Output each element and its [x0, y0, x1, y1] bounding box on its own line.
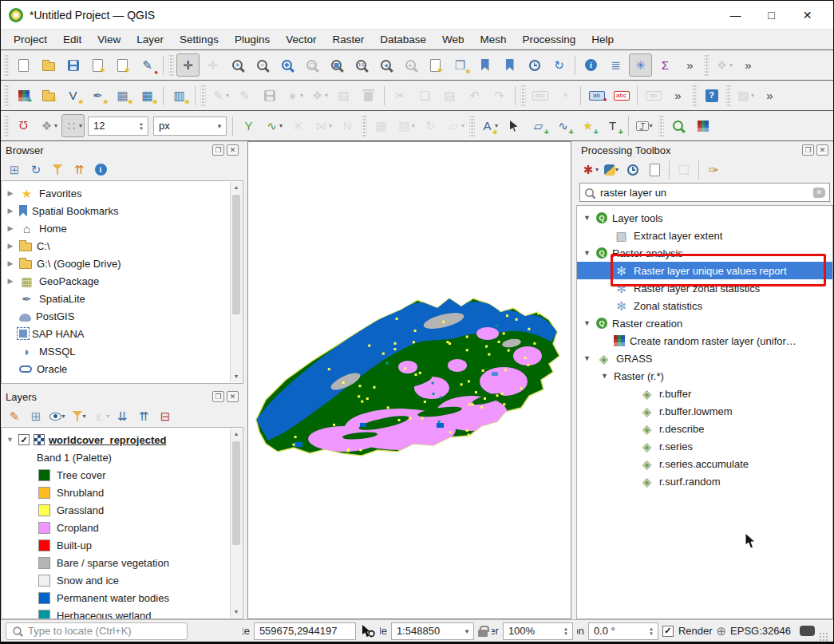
coordinate-input[interactable]: 559675,2944197: [254, 622, 356, 640]
scroll-up-icon[interactable]: ▲: [231, 429, 242, 440]
collapse-arrow-icon[interactable]: ▼: [6, 436, 14, 444]
new-map-view-button[interactable]: ✶: [424, 53, 447, 77]
menu-processing[interactable]: Processing: [515, 31, 584, 48]
add-line-annotation-button[interactable]: ∿+: [551, 114, 575, 137]
snapping-unit-combo[interactable]: px▾: [153, 117, 227, 136]
processing-group-raster-creation[interactable]: ▼Raster creation: [577, 314, 832, 332]
menu-project[interactable]: Project: [6, 31, 55, 48]
collapse-arrow-icon[interactable]: ▼: [583, 249, 591, 257]
browser-item-c[interactable]: ▶C:\: [2, 237, 228, 255]
collapse-all-layers-button[interactable]: ⇈: [134, 407, 153, 425]
zoom-out-button[interactable]: −: [251, 53, 274, 77]
layer-visibility-checkbox[interactable]: ✓: [18, 434, 30, 445]
models-menu-button[interactable]: ✱▾: [580, 160, 599, 179]
messages-button[interactable]: [800, 626, 815, 636]
toolbar-handle[interactable]: [168, 55, 174, 76]
select-annotation-button[interactable]: [502, 114, 525, 137]
toolbar-handle[interactable]: [520, 85, 526, 106]
new-project-button[interactable]: [12, 53, 35, 77]
processing-alg-r-buffer-lowmem[interactable]: ◈r.buffer.lowmem: [577, 402, 832, 420]
processing-alg-r-series[interactable]: ◈r.series: [577, 437, 832, 455]
refresh-browser-button[interactable]: ↻: [26, 160, 45, 179]
scroll-up-icon[interactable]: ▲: [231, 182, 242, 193]
show-spatial-bookmarks-button[interactable]: [498, 53, 521, 77]
open-data-source-manager-button[interactable]: +: [12, 84, 35, 107]
menu-layer[interactable]: Layer: [128, 31, 172, 48]
processing-group-grass[interactable]: ▼◈GRASS: [577, 350, 832, 367]
statistical-summary-button[interactable]: ≣: [604, 53, 627, 77]
collapse-all-button[interactable]: ⇈: [69, 160, 89, 179]
new-3d-map-view-button[interactable]: ❐✶: [449, 53, 472, 77]
toolbar-extension-2-button[interactable]: »: [737, 53, 760, 77]
toolbar-handle[interactable]: [725, 85, 731, 106]
add-group-button[interactable]: ⊞: [26, 407, 45, 425]
add-marker-annotation-button[interactable]: ★+: [576, 114, 599, 137]
scroll-thumb[interactable]: [232, 441, 240, 545]
new-shapefile-layer-button[interactable]: V✶: [61, 84, 85, 107]
highlight-pinned-labels-button[interactable]: abc: [610, 84, 633, 107]
pan-map-button[interactable]: ✛: [176, 53, 200, 77]
browser-item-spatial-bookmarks[interactable]: ▶Spatial Bookmarks: [2, 202, 228, 219]
render-checkbox[interactable]: ✓ Render: [662, 625, 713, 637]
layers-scrollbar[interactable]: ▲ ▼: [230, 429, 242, 618]
expand-arrow-icon[interactable]: ▶: [6, 189, 14, 197]
open-project-button[interactable]: [37, 53, 60, 77]
new-mesh-layer-button[interactable]: ▦✶: [111, 84, 134, 107]
refresh-map-button[interactable]: ↻: [547, 53, 571, 77]
zoom-full-extent-button[interactable]: ✚: [275, 53, 298, 77]
processing-alg-r-describe[interactable]: ◈r.describe: [577, 420, 832, 437]
menu-help[interactable]: Help: [583, 31, 622, 48]
show-layout-manager-button[interactable]: ✶: [111, 53, 134, 77]
zoom-native-resolution-button[interactable]: 1:1: [350, 53, 373, 77]
browser-float-button[interactable]: ❐: [212, 144, 224, 156]
browser-item-oracle[interactable]: Oracle: [2, 360, 228, 377]
save-project-button[interactable]: [61, 53, 85, 77]
zoom-last-button[interactable]: ◂: [374, 53, 397, 77]
browser-item-home[interactable]: ▶⌂Home: [2, 219, 228, 237]
map-styling-plugin-button[interactable]: [691, 114, 714, 137]
scale-combo[interactable]: 1:548850 ▾: [391, 622, 474, 640]
options-button[interactable]: ✑: [704, 160, 723, 179]
browser-item-sap-hana[interactable]: SAP HANA: [2, 325, 228, 342]
history-button[interactable]: [623, 160, 642, 179]
clear-search-icon[interactable]: ✕: [813, 188, 825, 198]
filter-legend-button[interactable]: ▾: [69, 407, 89, 425]
add-polygon-annotation-button[interactable]: ▱+: [527, 114, 550, 137]
enable-properties-widget-button[interactable]: [91, 160, 110, 179]
map-canvas[interactable]: [247, 141, 571, 619]
spin-arrows[interactable]: ▲▼: [645, 626, 658, 636]
expand-arrow-icon[interactable]: ▶: [6, 277, 14, 285]
snapping-tolerance-spin[interactable]: 12▲▼: [88, 117, 148, 136]
scroll-down-icon[interactable]: ▼: [231, 606, 242, 618]
enable-snapping-button[interactable]: Ω: [12, 114, 35, 137]
processing-float-button[interactable]: ❐: [802, 144, 814, 156]
menu-mesh[interactable]: Mesh: [472, 31, 515, 48]
processing-alg-extract-layer-extent[interactable]: ▧Extract layer extent: [577, 227, 832, 244]
menu-view[interactable]: View: [89, 31, 128, 48]
toolbar-handle[interactable]: [4, 55, 10, 76]
toolbar-handle[interactable]: [4, 85, 10, 106]
resize-grip[interactable]: [819, 632, 828, 642]
chevron-down-icon[interactable]: ▾: [213, 122, 226, 130]
locate-input[interactable]: Type to locate (Ctrl+K): [6, 622, 188, 640]
new-spatial-bookmark-button[interactable]: ✶: [473, 53, 496, 77]
layers-close-button[interactable]: ✕: [227, 391, 239, 402]
toolbar-handle[interactable]: [362, 116, 367, 136]
model-designer-button[interactable]: [645, 160, 664, 179]
browser-item-wms-wmts[interactable]: ⊕WMS/WMTS: [2, 377, 228, 384]
snapping-mode-button[interactable]: ❖▾: [37, 114, 60, 137]
temporal-controller-button[interactable]: [523, 53, 546, 77]
zoom-to-layer-button[interactable]: ▤: [325, 53, 348, 77]
filter-browser-button[interactable]: [48, 160, 67, 179]
toolbar-handle[interactable]: [692, 85, 698, 106]
collapse-arrow-icon[interactable]: ▼: [583, 214, 591, 222]
scroll-down-icon[interactable]: ▼: [231, 371, 242, 382]
expand-arrow-icon[interactable]: ▶: [6, 242, 14, 250]
processing-alg-raster-layer-zonal-statistics[interactable]: ✻Raster layer zonal statistics: [577, 279, 832, 297]
enable-tracing-button[interactable]: ∿▾: [262, 114, 285, 137]
processing-alg-raster-layer-unique-values-report[interactable]: ✻Raster layer unique values report: [577, 262, 832, 279]
toolbar-handle[interactable]: [704, 55, 709, 76]
show-sum-of-features-button[interactable]: Σ: [654, 53, 677, 77]
collapse-arrow-icon[interactable]: ▼: [583, 354, 591, 362]
map-tips-button[interactable]: T▾: [633, 114, 656, 137]
